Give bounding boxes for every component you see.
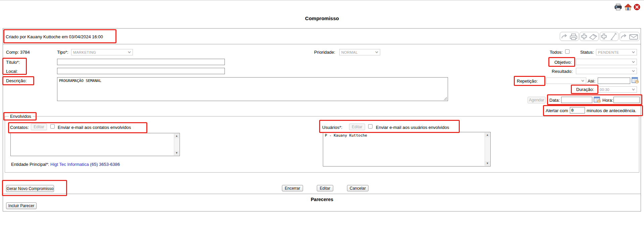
alertar-prefix-label: Alertar com <box>546 108 568 113</box>
tipo-label: Tipo*: <box>57 50 68 55</box>
forward-mail-button[interactable] <box>620 32 640 41</box>
contatos-scrollbar[interactable]: ▲ ▼ <box>174 134 179 155</box>
add-edit-button[interactable] <box>600 32 618 41</box>
forward-printer-icon <box>561 33 578 40</box>
duracao-label: Duração: <box>576 87 594 92</box>
agendar-button: Agendar <box>528 97 546 103</box>
contatos-email-label: Enviar e-mail aos contatos envolvidos <box>58 125 131 130</box>
descricao-value: PROGRAMAÇÃO SEMANAL <box>59 79 101 83</box>
repeticao-label: Repetição: <box>517 79 538 84</box>
chevron-down-icon: ∨ <box>632 88 636 91</box>
plus-note-icon <box>581 33 598 40</box>
todos-label: Todos: <box>550 50 562 55</box>
forward-envelope-icon <box>620 33 639 40</box>
chevron-down-icon: ∨ <box>632 51 636 54</box>
status-label: Status: <box>580 50 594 55</box>
resultado-select[interactable]: ∨ <box>576 68 637 74</box>
usuarios-email-checkbox[interactable] <box>368 124 373 129</box>
contatos-textarea[interactable]: ▲ ▼ <box>10 133 180 156</box>
prioridade-value: NORMAL <box>341 50 358 54</box>
scroll-up-icon[interactable]: ▲ <box>485 133 490 137</box>
created-by-text: Criado por Kauany Kuttoche em 03/04/2024… <box>6 34 103 40</box>
entidade-principal-label: Entidade Principal*: <box>11 162 49 167</box>
scroll-down-icon[interactable]: ▼ <box>485 161 490 166</box>
tipo-select: MARKETING∨ <box>71 49 133 55</box>
pareceres-separator <box>3 194 641 194</box>
alertar-minutes-input[interactable] <box>570 107 585 113</box>
calendar-icon[interactable] <box>594 96 601 104</box>
add-note-button[interactable] <box>580 32 599 41</box>
cancelar-button[interactable]: Cancelar <box>347 185 368 191</box>
chevron-down-icon: ∨ <box>632 69 636 73</box>
usuarios-value: P - Kauany Kuttoche <box>325 133 367 138</box>
scroll-down-icon[interactable]: ▼ <box>174 151 179 155</box>
duracao-value: 00:30 <box>600 88 609 92</box>
usuarios-label: Usuários*: <box>322 125 342 130</box>
incluir-parecer-button[interactable]: Incluir Parecer <box>6 202 37 209</box>
page-title: Compromisso <box>0 15 644 21</box>
contatos-email-checkbox[interactable] <box>50 124 55 129</box>
local-input[interactable] <box>57 68 225 74</box>
descricao-textarea[interactable]: PROGRAMAÇÃO SEMANAL <box>57 77 448 101</box>
local-label: Local: <box>6 69 18 74</box>
printer-icon[interactable] <box>614 4 622 10</box>
home-icon[interactable] <box>624 3 632 11</box>
usuarios-editar-button: Editar <box>349 124 365 130</box>
calendar-icon[interactable] <box>632 77 639 85</box>
hora-label: Hora: <box>602 98 613 103</box>
titulo-label: Título*: <box>6 60 20 65</box>
chevron-down-icon: ∨ <box>375 51 379 54</box>
editar-button[interactable]: Editar <box>317 185 333 191</box>
header-divider <box>3 44 641 44</box>
scroll-up-icon[interactable]: ▲ <box>174 134 179 138</box>
contatos-editar-button: Editar <box>31 124 47 130</box>
gerar-novo-compromisso-button[interactable]: Gerar Novo Compromisso <box>6 185 54 192</box>
entidade-principal-row: Entidade Principal*: Higt Tec Informatic… <box>11 162 120 167</box>
close-icon[interactable] <box>634 4 640 10</box>
repeticao-select[interactable]: ∨ <box>546 78 586 84</box>
data-input[interactable] <box>561 97 592 103</box>
window-top-divider <box>0 0 644 1</box>
todos-checkbox[interactable] <box>565 49 569 54</box>
ate-label: Até: <box>588 79 595 84</box>
compromisso-screen: Compromisso Criado por Kauany Kuttoche e… <box>0 0 644 236</box>
resultado-label: Resultado: <box>552 69 573 74</box>
status-select: PENDENTE∨ <box>596 49 637 55</box>
descricao-label: Descrição: <box>6 78 27 84</box>
envolvidos-legend: Envolvidos <box>9 114 33 119</box>
prioridade-label: Prioridade: <box>314 50 335 55</box>
comp-number-label: Comp: 3784 <box>6 50 30 55</box>
chevron-down-icon: ∨ <box>632 60 636 63</box>
pareceres-title: Pareceres <box>0 197 644 202</box>
data-label: Data: <box>549 98 560 103</box>
status-value: PENDENTE <box>598 50 619 54</box>
tipo-value: MARKETING <box>73 50 96 54</box>
alertar-suffix-label: minutos de antecedência. <box>587 108 636 113</box>
ate-input[interactable] <box>598 78 630 84</box>
entidade-phone-text: (65) 3653-6386 <box>90 162 120 167</box>
chevron-down-icon: ∨ <box>581 79 585 82</box>
usuarios-email-label: Enviar e-mail aos usuários envolvidos <box>376 125 449 130</box>
duracao-select: 00:30∨ <box>598 86 637 93</box>
plus-pen-icon <box>600 33 618 40</box>
objetivo-label: Objetivo: <box>554 60 572 65</box>
objetivo-select[interactable]: ∨ <box>576 59 637 65</box>
prioridade-select: NORMAL∨ <box>339 49 380 55</box>
encerrar-button[interactable]: Encerrar <box>282 185 303 191</box>
usuarios-textarea[interactable]: P - Kauany Kuttoche ▲ ▼ <box>323 132 491 167</box>
entidade-principal-link[interactable]: Higt Tec Informatica <box>50 162 89 167</box>
resize-handle-icon[interactable] <box>444 97 447 100</box>
hora-input[interactable] <box>613 97 640 103</box>
forward-print-button[interactable] <box>560 32 579 41</box>
usuarios-scrollbar[interactable]: ▲ ▼ <box>485 133 490 166</box>
chevron-down-icon: ∨ <box>128 51 132 54</box>
titulo-input[interactable] <box>57 59 225 65</box>
contatos-label: Contatos: <box>10 125 29 130</box>
